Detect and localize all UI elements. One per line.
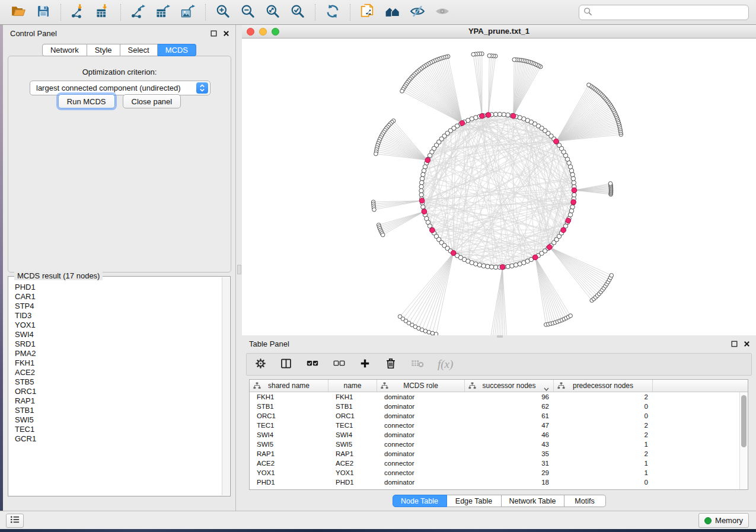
zoom-in-icon bbox=[215, 4, 231, 21]
result-node[interactable]: ACE2 bbox=[15, 368, 222, 377]
vertical-splitter[interactable] bbox=[237, 25, 242, 511]
column-header-shared-name[interactable]: shared name bbox=[250, 380, 328, 392]
table-mode-button[interactable] bbox=[255, 358, 266, 371]
memory-button[interactable]: Memory bbox=[698, 513, 749, 528]
cell-name: YOX1 bbox=[328, 469, 377, 476]
table-row[interactable]: STB1STB1dominator620 bbox=[250, 402, 739, 411]
result-node[interactable]: STB1 bbox=[15, 406, 222, 415]
zoom-out-button[interactable] bbox=[239, 4, 257, 21]
table-panel-title: Table Panel bbox=[249, 339, 289, 348]
result-node[interactable]: SWI4 bbox=[15, 330, 222, 339]
table-row[interactable]: SWI5SWI5connector431 bbox=[250, 440, 739, 449]
function-builder-button[interactable]: f(x) bbox=[438, 358, 453, 371]
zoom-fit-button[interactable] bbox=[264, 4, 282, 21]
float-window-icon[interactable] bbox=[210, 30, 218, 37]
table-row[interactable]: ACE2ACE2connector311 bbox=[250, 459, 739, 468]
result-node[interactable]: RAP1 bbox=[15, 396, 222, 406]
tab-motifs[interactable]: Motifs bbox=[564, 495, 606, 507]
zoom-in-button[interactable] bbox=[214, 4, 232, 21]
column-header-predecessor-nodes[interactable]: predecessor nodes bbox=[554, 380, 653, 392]
table-row[interactable]: ORC1ORC1dominator610 bbox=[250, 411, 739, 421]
tab-mcds[interactable]: MCDS bbox=[158, 44, 196, 56]
export-table-button[interactable] bbox=[154, 4, 172, 21]
zoom-selected-button[interactable] bbox=[289, 4, 307, 21]
toolbar-separator bbox=[350, 4, 350, 21]
search-input[interactable] bbox=[595, 8, 744, 18]
table-row[interactable]: SWI4SWI4dominator462 bbox=[250, 430, 739, 440]
column-header-successor-nodes[interactable]: successor nodes bbox=[465, 380, 554, 392]
table-scrollbar-thumb[interactable] bbox=[741, 395, 747, 447]
hide-selected-button[interactable] bbox=[409, 4, 426, 21]
tab-network[interactable]: Network bbox=[42, 44, 87, 56]
cell-successor-nodes: 35 bbox=[465, 450, 554, 457]
cell-shared-name: SWI5 bbox=[250, 441, 328, 448]
select-all-button[interactable] bbox=[306, 357, 319, 372]
tab-node-table[interactable]: Node Table bbox=[393, 495, 447, 507]
column-header-name[interactable]: name bbox=[328, 380, 377, 392]
result-node[interactable]: SRD1 bbox=[15, 339, 222, 349]
result-node[interactable]: GCR1 bbox=[15, 434, 222, 444]
create-column-button[interactable] bbox=[359, 358, 371, 371]
result-node[interactable]: SWI5 bbox=[15, 415, 222, 425]
memory-status-icon bbox=[704, 517, 712, 524]
deselect-all-button[interactable] bbox=[333, 357, 346, 372]
splitter-grip[interactable] bbox=[237, 265, 241, 274]
table-scrollbar[interactable] bbox=[739, 392, 748, 489]
delete-columns-button[interactable] bbox=[384, 357, 397, 372]
delete-table-button[interactable] bbox=[411, 357, 424, 372]
close-panel-icon[interactable] bbox=[222, 30, 230, 37]
close-table-panel-icon[interactable] bbox=[743, 340, 751, 348]
export-network-button[interactable] bbox=[129, 4, 147, 21]
tab-network-table[interactable]: Network Table bbox=[502, 495, 564, 507]
task-history-button[interactable] bbox=[6, 514, 24, 528]
show-columns-button[interactable] bbox=[280, 357, 292, 372]
column-label: predecessor nodes bbox=[573, 382, 633, 390]
network-from-selection-button[interactable] bbox=[359, 4, 377, 21]
first-neighbors-button[interactable] bbox=[384, 4, 401, 21]
tab-select[interactable]: Select bbox=[120, 44, 158, 56]
create-column-icon bbox=[359, 358, 371, 371]
cell-predecessor-nodes: 2 bbox=[554, 393, 653, 400]
cell-MCDS-role: dominator bbox=[377, 403, 465, 410]
result-node[interactable]: ORC1 bbox=[15, 387, 222, 396]
table-row[interactable]: PHD1PHD1dominator180 bbox=[250, 477, 739, 487]
tab-style[interactable]: Style bbox=[87, 44, 120, 56]
column-header-MCDS-role[interactable]: MCDS role bbox=[377, 380, 465, 392]
result-node[interactable]: TEC1 bbox=[15, 425, 222, 434]
hierarchy-icon bbox=[253, 382, 261, 391]
result-list-scrollbar[interactable] bbox=[222, 277, 229, 495]
table-row[interactable]: FKH1FKH1dominator962 bbox=[250, 392, 739, 402]
show-all-button[interactable] bbox=[433, 4, 451, 21]
network-window: YPA_prune.txt_1 bbox=[242, 25, 756, 335]
float-table-panel-icon[interactable] bbox=[731, 340, 738, 348]
close-panel-button[interactable]: Close panel bbox=[123, 94, 181, 108]
table-row[interactable]: YOX1YOX1connector291 bbox=[250, 468, 739, 477]
apply-layout-button[interactable] bbox=[324, 4, 342, 21]
import-table-button[interactable] bbox=[94, 4, 112, 21]
result-node[interactable]: CAR1 bbox=[15, 292, 222, 302]
cell-MCDS-role: dominator bbox=[377, 412, 465, 419]
save-session-button[interactable] bbox=[34, 4, 52, 21]
cell-shared-name: TEC1 bbox=[250, 422, 328, 429]
result-node[interactable]: FKH1 bbox=[15, 358, 222, 368]
toolbar-separator bbox=[60, 4, 61, 21]
hide-selected-icon bbox=[410, 4, 425, 21]
table-row[interactable]: RAP1RAP1dominator352 bbox=[250, 449, 739, 459]
import-network-button[interactable] bbox=[69, 4, 87, 21]
table-row[interactable]: TEC1TEC1connector472 bbox=[250, 421, 739, 430]
result-node[interactable]: PMA2 bbox=[15, 349, 222, 358]
run-mcds-button[interactable]: Run MCDS bbox=[58, 94, 115, 108]
zoom-out-icon bbox=[240, 4, 256, 21]
result-node[interactable]: TID3 bbox=[15, 311, 222, 321]
result-node[interactable]: YOX1 bbox=[15, 321, 222, 330]
result-node[interactable]: STB5 bbox=[15, 377, 222, 387]
result-node[interactable]: STP4 bbox=[15, 302, 222, 311]
export-image-button[interactable] bbox=[179, 4, 197, 21]
search-icon bbox=[583, 7, 592, 18]
optimization-criterion-select[interactable]: largest connected component (undirected) bbox=[30, 81, 210, 95]
open-file-button[interactable] bbox=[9, 4, 27, 21]
result-node[interactable]: PHD1 bbox=[15, 283, 222, 292]
tab-edge-table[interactable]: Edge Table bbox=[447, 495, 502, 507]
show-all-icon bbox=[435, 4, 450, 21]
network-canvas[interactable] bbox=[242, 39, 756, 335]
